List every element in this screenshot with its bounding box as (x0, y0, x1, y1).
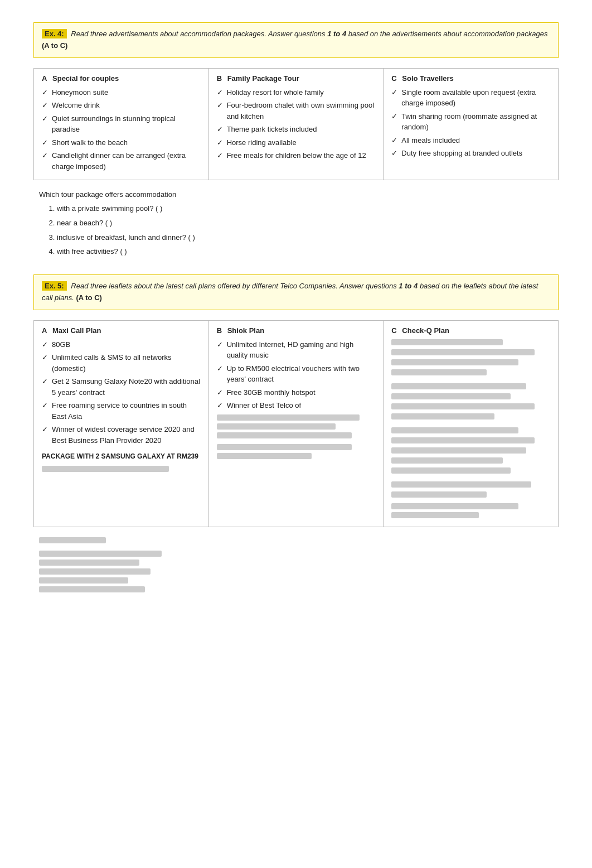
ex4-col-c: C Solo Travellers Single room available … (384, 68, 559, 180)
ex5-col-c-header: C Check-Q Plan (391, 326, 550, 335)
ex4-col-a-list: Honeymoon suite Welcome drink Quiet surr… (42, 87, 201, 172)
list-item: Free meals for children below the age of… (217, 150, 376, 161)
question-item: with a private swimming pool? ( ) (57, 203, 559, 215)
list-item: Get 2 Samsung Galaxy Note20 with additio… (42, 376, 201, 398)
list-item: Twin sharing room (roommate assigned at … (391, 111, 550, 133)
ex4-number: Ex. 4: (42, 29, 67, 38)
list-item: Four-bedroom chalet with own swimming po… (217, 100, 376, 122)
ex4-col-a-letter: A (42, 74, 47, 83)
ex4-col-b: B Family Package Tour Holiday resort for… (208, 68, 384, 180)
list-item: Unlimited Internet, HD gaming and high q… (217, 339, 376, 361)
list-item: Welcome drink (42, 100, 201, 111)
ex5-col-c-footer-blurred (391, 503, 550, 518)
ex5-instruction: Ex. 5: Read three leaflets about the lat… (33, 274, 559, 310)
ex4-questions-intro: Which tour package offers accommodation (39, 190, 559, 199)
ex5-col-a-letter: A (42, 326, 47, 335)
ex5-col-b-header: B Shiok Plan (217, 326, 376, 335)
ex4-table: A Special for couples Honeymoon suite We… (33, 68, 559, 181)
list-item: Candlelight dinner can be arranged (extr… (42, 150, 201, 172)
list-item: Single room available upon request (extr… (391, 87, 550, 109)
ex4-col-c-letter: C (391, 74, 396, 83)
ex5-col-b-footer-blurred (217, 444, 376, 459)
ex5-table: A Maxi Call Plan 80GB Unlimited calls & … (33, 320, 559, 527)
ex4-col-c-title: Solo Travellers (402, 74, 454, 83)
list-item: Winner of widest coverage service 2020 a… (42, 424, 201, 446)
ex4-bold: (A to C) (42, 41, 67, 50)
ex4-col-a-title: Special for couples (52, 74, 119, 83)
ex5-col-b-letter: B (217, 326, 222, 335)
list-item: Quiet surroundings in stunning tropical … (42, 113, 201, 135)
ex5-col-a-package-note: PACKAGE WITH 2 SAMSUNG GALAXY AT RM239 (42, 452, 201, 460)
ex4-col-b-list: Holiday resort for whole family Four-bed… (217, 87, 376, 161)
ex5-bottom-blurred (33, 537, 559, 592)
ex5-col-a-header: A Maxi Call Plan (42, 326, 201, 335)
list-item: Holiday resort for whole family (217, 87, 376, 98)
ex5-col-a-list: 80GB Unlimited calls & SMS to all networ… (42, 339, 201, 446)
ex5-col-c-letter: C (391, 326, 396, 335)
ex4-col-b-letter: B (217, 74, 222, 83)
list-item: Theme park tickets included (217, 124, 376, 135)
ex4-questions-list: with a private swimming pool? ( ) near a… (39, 203, 559, 258)
ex5-col-c-title: Check-Q Plan (402, 326, 449, 335)
ex5-col-a: A Maxi Call Plan 80GB Unlimited calls & … (34, 320, 209, 527)
question-item: with free activities? ( ) (57, 246, 559, 258)
ex5-bold: (A to C) (76, 293, 101, 302)
ex5-instruction-text: Read three leaflets about the latest cal… (42, 282, 538, 302)
ex4-col-b-title: Family Package Tour (227, 74, 299, 83)
question-item: inclusive of breakfast, lunch and dinner… (57, 232, 559, 244)
ex4-col-a: A Special for couples Honeymoon suite We… (34, 68, 209, 180)
question-item: near a beach? ( ) (57, 218, 559, 229)
ex5-col-b-title: Shiok Plan (227, 326, 264, 335)
ex5-col-c: C Check-Q Plan (384, 320, 559, 527)
list-item: Horse riding available (217, 137, 376, 148)
ex5-col-a-title: Maxi Call Plan (52, 326, 101, 335)
list-item: All meals included (391, 135, 550, 146)
ex5-col-c-blurred (391, 339, 550, 498)
ex4-instruction-text: Read three advertisements about accommod… (71, 30, 547, 38)
ex5-col-b-list: Unlimited Internet, HD gaming and high q… (217, 339, 376, 411)
ex4-col-b-header: B Family Package Tour (217, 74, 376, 83)
exercise-5: Ex. 5: Read three leaflets about the lat… (33, 274, 559, 592)
list-item: Free 30GB monthly hotspot (217, 387, 376, 398)
list-item: Up to RM500 electrical vouchers with two… (217, 363, 376, 385)
list-item: Honeymoon suite (42, 87, 201, 98)
ex5-col-b: B Shiok Plan Unlimited Internet, HD gami… (208, 320, 384, 527)
list-item: Short walk to the beach (42, 137, 201, 148)
ex4-col-c-list: Single room available upon request (extr… (391, 87, 550, 159)
exercise-4: Ex. 4: Read three advertisements about a… (33, 22, 559, 258)
list-item: Duty free shopping at branded outlets (391, 148, 550, 159)
list-item: Winner of Best Telco of (217, 400, 376, 411)
ex4-col-a-header: A Special for couples (42, 74, 201, 83)
ex4-questions: Which tour package offers accommodation … (33, 190, 559, 258)
ex4-col-c-header: C Solo Travellers (391, 74, 550, 83)
list-item: Free roaming service to countries in sou… (42, 400, 201, 422)
ex5-col-b-blurred (217, 414, 376, 438)
ex5-col-a-blurred-footer (42, 466, 201, 472)
list-item: 80GB (42, 339, 201, 350)
list-item: Unlimited calls & SMS to all networks (d… (42, 352, 201, 374)
ex5-number: Ex. 5: (42, 281, 67, 291)
ex4-instruction: Ex. 4: Read three advertisements about a… (33, 22, 559, 58)
